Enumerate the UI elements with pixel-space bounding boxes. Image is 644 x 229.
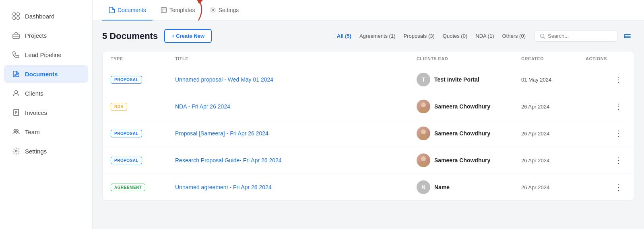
filter-others[interactable]: Others (0): [498, 33, 530, 39]
row-actions-menu[interactable]: ⋮: [611, 181, 626, 194]
team-icon: [12, 128, 20, 136]
col-title: TITLE: [175, 56, 417, 61]
client-cell: N Name: [417, 180, 521, 194]
sidebar-label-team: Team: [25, 129, 40, 135]
sidebar-label-lead-pipeline: Lead Pipeline: [25, 51, 62, 58]
client-cell: Sameera Chowdhury: [417, 100, 521, 113]
type-badge: AGREEMENT: [111, 184, 145, 191]
table-row: AGREEMENT Unnamed agreement - Fri Apr 26…: [103, 174, 634, 200]
created-date: 26 Apr 2024: [521, 184, 586, 190]
actions-cell: ⋮: [586, 181, 626, 194]
row-actions-menu[interactable]: ⋮: [611, 100, 626, 113]
doc-title-link[interactable]: Proposal [Sameera] - Fri Apr 26 2024: [175, 130, 268, 137]
col-type: TYPE: [111, 56, 175, 61]
sidebar-item-clients[interactable]: Clients: [4, 84, 88, 102]
table-row: NDA NDA - Fri Apr 26 2024 Sameera Chowdh…: [103, 93, 634, 120]
sidebar-label-invoices: Invoices: [25, 109, 47, 116]
title-cell: Proposal [Sameera] - Fri Apr 26 2024: [175, 130, 417, 137]
grid-view-button[interactable]: [621, 31, 634, 41]
content-area: 5 Documents + Create New All (5) Agreeme…: [93, 21, 644, 229]
create-new-button[interactable]: + Create New: [164, 29, 212, 43]
table-header-row: TYPE TITLE CLIENT/LEAD CREATED ACTIONS: [103, 51, 634, 66]
table-row: PROPOSAL Proposal [Sameera] - Fri Apr 26…: [103, 120, 634, 147]
sidebar-item-team[interactable]: Team: [4, 123, 88, 141]
row-actions-menu[interactable]: ⋮: [611, 127, 626, 140]
client-cell: T Test Invite Portal: [417, 73, 521, 86]
type-cell: PROPOSAL: [111, 156, 175, 164]
sidebar-item-settings[interactable]: Settings: [4, 142, 88, 160]
file-edit-icon: [12, 70, 20, 78]
title-cell: NDA - Fri Apr 26 2024: [175, 103, 417, 110]
sidebar-item-invoices[interactable]: Invoices: [4, 104, 88, 121]
filter-nda[interactable]: NDA (1): [471, 33, 498, 39]
actions-cell: ⋮: [586, 154, 626, 167]
filter-proposals[interactable]: Proposals (3): [400, 33, 439, 39]
sidebar-label-documents: Documents: [25, 71, 58, 78]
filter-agreements[interactable]: Agreements (1): [355, 33, 400, 39]
title-cell: Unnamed agreement - Fri Apr 26 2024: [175, 184, 417, 191]
created-date: 26 Apr 2024: [521, 157, 586, 164]
person-icon: [12, 89, 20, 97]
avatar: N: [417, 180, 430, 194]
avatar: [417, 153, 430, 167]
documents-table: TYPE TITLE CLIENT/LEAD CREATED ACTIONS P…: [102, 51, 634, 201]
doc-count: 5 Documents: [102, 31, 158, 41]
main-content: Documents Templates Settings: [93, 0, 644, 229]
tab-settings-label: Settings: [219, 7, 239, 13]
type-cell: NDA: [111, 102, 175, 110]
type-badge: NDA: [111, 103, 127, 110]
svg-rect-1: [17, 13, 19, 15]
created-date: 26 Apr 2024: [521, 104, 586, 110]
col-created: CREATED: [521, 56, 586, 61]
doc-title-link[interactable]: Unnamed proposal - Wed May 01 2024: [175, 76, 273, 83]
svg-point-19: [212, 9, 214, 11]
filter-quotes[interactable]: Quotes (0): [439, 33, 471, 39]
avatar: T: [417, 73, 430, 86]
svg-rect-16: [161, 7, 166, 12]
invoice-icon: [12, 108, 20, 117]
client-name: Sameera Chowdhury: [434, 157, 490, 164]
doc-title-link[interactable]: Research Proposal Guide- Fri Apr 26 2024: [175, 157, 282, 164]
client-name: Name: [434, 184, 450, 190]
client-name: Test Invite Portal: [434, 76, 479, 83]
client-name: Sameera Chowdhury: [434, 103, 490, 110]
type-badge: PROPOSAL: [111, 76, 142, 84]
sidebar-item-lead-pipeline[interactable]: Lead Pipeline: [4, 46, 88, 63]
svg-point-35: [421, 157, 425, 161]
svg-point-15: [15, 150, 17, 152]
svg-rect-3: [17, 17, 19, 19]
tab-bar: Documents Templates Settings: [93, 0, 644, 21]
row-actions-menu[interactable]: ⋮: [611, 154, 626, 167]
filter-row: All (5) Agreements (1) Proposals (3) Quo…: [333, 30, 634, 42]
col-actions: ACTIONS: [586, 56, 626, 61]
table-row: PROPOSAL Unnamed proposal - Wed May 01 2…: [103, 66, 634, 93]
grid-icon: [12, 12, 20, 20]
actions-cell: ⋮: [586, 127, 626, 140]
filter-all[interactable]: All (5): [333, 33, 355, 39]
sidebar-item-projects[interactable]: Projects: [4, 27, 88, 44]
tab-documents-label: Documents: [118, 7, 146, 13]
svg-rect-2: [13, 17, 15, 19]
briefcase-icon: [12, 31, 20, 39]
tab-documents[interactable]: Documents: [102, 0, 153, 20]
type-badge: PROPOSAL: [111, 130, 142, 137]
type-badge: PROPOSAL: [111, 157, 142, 164]
doc-title-link[interactable]: NDA - Fri Apr 26 2024: [175, 103, 230, 110]
svg-point-14: [17, 130, 19, 132]
actions-cell: ⋮: [586, 100, 626, 113]
tab-settings[interactable]: Settings: [203, 0, 246, 20]
client-cell: Sameera Chowdhury: [417, 153, 521, 167]
doc-title-link[interactable]: Unnamed agreement - Fri Apr 26 2024: [175, 184, 272, 190]
sidebar-label-projects: Projects: [25, 32, 47, 39]
sidebar-item-dashboard[interactable]: Dashboard: [4, 7, 88, 25]
tab-templates[interactable]: Templates: [154, 0, 202, 20]
title-cell: Unnamed proposal - Wed May 01 2024: [175, 76, 417, 83]
table-body: PROPOSAL Unnamed proposal - Wed May 01 2…: [103, 66, 634, 200]
svg-point-29: [421, 103, 425, 107]
created-date: 01 May 2024: [521, 77, 586, 83]
tab-templates-label: Templates: [169, 7, 195, 13]
row-actions-menu[interactable]: ⋮: [611, 73, 626, 86]
sidebar-item-documents[interactable]: Documents: [4, 65, 88, 83]
created-date: 26 Apr 2024: [521, 131, 586, 137]
search-input[interactable]: [548, 33, 612, 39]
